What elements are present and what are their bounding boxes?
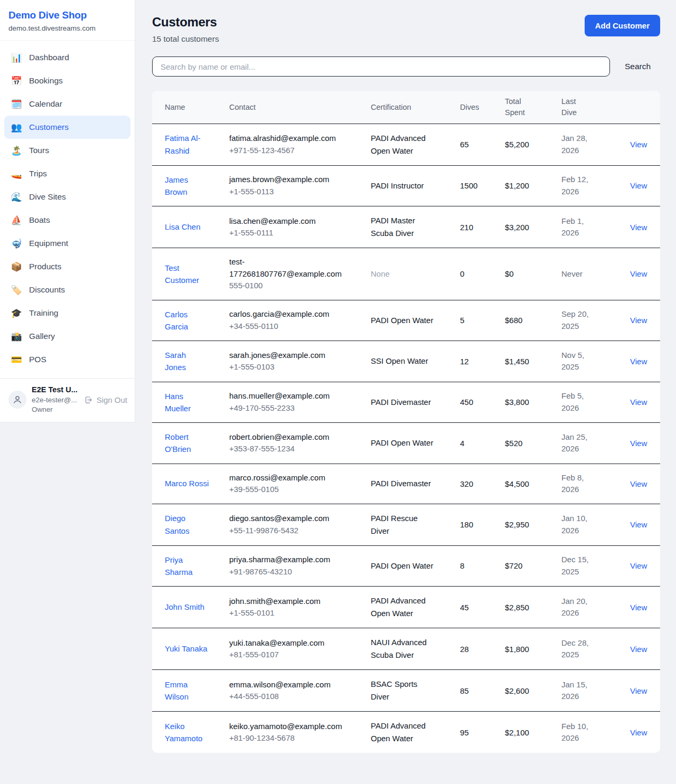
calendar-icon: 🗓️	[11, 99, 22, 110]
last-dive-value: Sep 20, 2025	[561, 308, 603, 332]
sidebar-item-calendar[interactable]: 🗓️ Calendar	[4, 92, 130, 116]
view-link[interactable]: View	[630, 520, 647, 529]
customer-name-link[interactable]: Keiko Yamamoto	[165, 720, 209, 745]
contact-cell: hans.mueller@example.com +49-170-555-223…	[229, 382, 371, 423]
contact-cell: priya.sharma@example.com +91-98765-43210	[229, 545, 371, 587]
shop-domain: demo.test.divestreams.com	[8, 24, 126, 32]
customer-email: robert.obrien@example.com	[229, 431, 344, 443]
total-spent-value: $1,450	[505, 357, 529, 366]
contact-cell: test-1772681807767@example.com 555-0100	[229, 248, 371, 300]
sidebar-item-bookings[interactable]: 📅 Bookings	[4, 69, 130, 92]
contact-cell: emma.wilson@example.com +44-555-0108	[229, 670, 371, 712]
customer-name-link[interactable]: Diego Santos	[165, 512, 209, 537]
tag-icon: 🏷️	[11, 285, 22, 296]
customer-phone: +1-555-0103	[229, 361, 365, 373]
view-link[interactable]: View	[630, 398, 647, 407]
view-link[interactable]: View	[630, 645, 647, 654]
view-link[interactable]: View	[630, 561, 647, 570]
view-link[interactable]: View	[630, 316, 647, 325]
sidebar-item-dashboard[interactable]: 📊 Dashboard	[4, 46, 130, 69]
customer-name-link[interactable]: Lisa Chen	[165, 221, 201, 233]
customer-name-link[interactable]: Hans Mueller	[165, 390, 209, 415]
dives-value: 65	[460, 140, 469, 149]
table-row: Marco Rossi marco.rossi@example.com +39-…	[152, 464, 660, 504]
sign-out-button[interactable]: Sign Out	[84, 395, 127, 404]
customer-name-link[interactable]: Emma Wilson	[165, 678, 209, 703]
main-content: Customers 15 total customers Add Custome…	[135, 0, 676, 753]
view-link[interactable]: View	[630, 439, 647, 448]
customer-phone: 555-0100	[229, 280, 365, 292]
sidebar-item-trips[interactable]: 🚤 Trips	[4, 162, 130, 185]
customer-email: marco.rossi@example.com	[229, 472, 344, 484]
sidebar-item-boats[interactable]: ⛵ Boats	[4, 209, 130, 232]
total-spent-value: $5,200	[505, 140, 529, 149]
sidebar-item-products[interactable]: 📦 Products	[4, 255, 130, 278]
sign-out-label: Sign Out	[97, 395, 127, 404]
customer-name-link[interactable]: Carlos Garcia	[165, 308, 209, 333]
customer-email: hans.mueller@example.com	[229, 390, 344, 402]
view-link[interactable]: View	[630, 140, 647, 149]
dives-value: 5	[460, 316, 464, 325]
sidebar-item-pos[interactable]: 💳 POS	[4, 348, 130, 371]
table-row: Test Customer test-1772681807767@example…	[152, 248, 660, 300]
customer-name-link[interactable]: Fatima Al-Rashid	[165, 132, 209, 157]
contact-cell: diego.santos@example.com +55-11-99876-54…	[229, 504, 371, 545]
contact-cell: yuki.tanaka@example.com +81-555-0107	[229, 628, 371, 670]
sidebar-item-training[interactable]: 🎓 Training	[4, 301, 130, 325]
view-link[interactable]: View	[630, 728, 647, 737]
table-row: Emma Wilson emma.wilson@example.com +44-…	[152, 670, 660, 712]
credit-card-icon: 💳	[11, 354, 22, 365]
column-header-contact: Contact	[229, 91, 371, 124]
dives-value: 4	[460, 439, 464, 448]
brand-block: Demo Dive Shop demo.test.divestreams.com	[0, 0, 135, 41]
certification-value: PADI Open Water	[371, 437, 433, 449]
view-link[interactable]: View	[630, 603, 647, 612]
search-input[interactable]	[152, 56, 610, 77]
sidebar-item-customers[interactable]: 👥 Customers	[4, 116, 130, 139]
shop-name: Demo Dive Shop	[8, 10, 126, 21]
last-dive-value: Nov 5, 2025	[561, 350, 603, 373]
certification-value: PADI Rescue Diver	[371, 512, 434, 537]
customer-name-link[interactable]: Robert O'Brien	[165, 431, 209, 456]
person-icon	[13, 395, 22, 404]
view-link[interactable]: View	[630, 223, 647, 232]
customer-name-link[interactable]: Test Customer	[165, 262, 209, 287]
customer-name-link[interactable]: Sarah Jones	[165, 349, 209, 374]
view-link[interactable]: View	[630, 181, 647, 190]
sidebar-item-dive-sites[interactable]: 🌊 Dive Sites	[4, 185, 130, 209]
customer-name-link[interactable]: Yuki Tanaka	[165, 643, 208, 655]
contact-cell: marco.rossi@example.com +39-555-0105	[229, 464, 371, 504]
table-row: Yuki Tanaka yuki.tanaka@example.com +81-…	[152, 628, 660, 670]
customer-name-link[interactable]: James Brown	[165, 174, 209, 199]
sidebar-item-gallery[interactable]: 📸 Gallery	[4, 325, 130, 348]
dives-value: 320	[460, 479, 473, 488]
add-customer-button[interactable]: Add Customer	[585, 15, 660, 36]
table-row: Fatima Al-Rashid fatima.alrashid@example…	[152, 124, 660, 165]
view-link[interactable]: View	[630, 686, 647, 695]
customers-table: Name Contact Certification Dives Total S…	[152, 91, 660, 753]
last-dive-value: Jan 28, 2026	[561, 133, 603, 156]
certification-value: PADI Divemaster	[371, 396, 431, 409]
view-link[interactable]: View	[630, 269, 647, 278]
customer-name-link[interactable]: Priya Sharma	[165, 554, 209, 579]
certification-value: SSI Open Water	[371, 355, 428, 367]
customer-name-link[interactable]: John Smith	[165, 601, 204, 613]
contact-cell: lisa.chen@example.com +1-555-0111	[229, 206, 371, 248]
total-spent-value: $3,800	[505, 398, 529, 407]
sidebar-item-discounts[interactable]: 🏷️ Discounts	[4, 278, 130, 301]
dives-value: 45	[460, 603, 469, 612]
dives-value: 8	[460, 561, 464, 570]
table-row: Diego Santos diego.santos@example.com +5…	[152, 504, 660, 545]
people-icon: 👥	[11, 122, 22, 133]
dives-value: 28	[460, 645, 469, 654]
view-link[interactable]: View	[630, 479, 647, 488]
customer-phone: +1-555-0113	[229, 186, 365, 198]
search-button[interactable]: Search	[625, 62, 651, 71]
sidebar-item-equipment[interactable]: 🤿 Equipment	[4, 232, 130, 255]
customer-phone: +91-98765-43210	[229, 566, 365, 578]
customer-name-link[interactable]: Marco Rossi	[165, 477, 209, 489]
customer-email: diego.santos@example.com	[229, 513, 344, 525]
certification-value: PADI Open Water	[371, 560, 433, 572]
view-link[interactable]: View	[630, 357, 647, 366]
sidebar-item-tours[interactable]: 🏝️ Tours	[4, 139, 130, 162]
